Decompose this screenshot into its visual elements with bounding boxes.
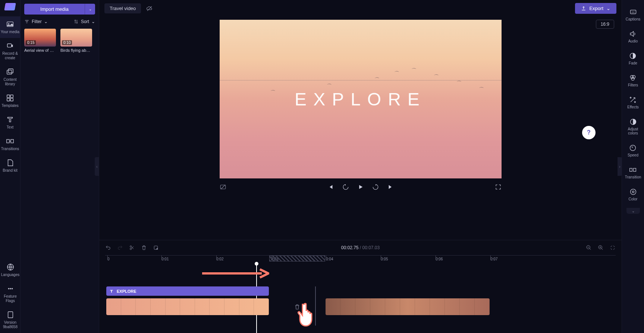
ruler-tick: 0:07 [490, 257, 497, 261]
nav-text[interactable]: Text [0, 112, 21, 133]
timeline-tracks[interactable]: EXPLORE [105, 264, 616, 333]
sort-button[interactable]: Sort ⌄ [73, 19, 95, 24]
rr-transition[interactable]: Transition [623, 162, 643, 184]
rr-adjust-colors[interactable]: Adjust colors [622, 114, 644, 140]
rr-expand[interactable]: ⌄ [626, 208, 640, 214]
svg-rect-2 [7, 44, 12, 47]
svg-rect-35 [634, 168, 636, 171]
nav-version[interactable]: Version 9ba8658 [0, 307, 21, 333]
svg-rect-7 [7, 98, 10, 101]
nav-transitions[interactable]: Transitions [0, 133, 21, 155]
svg-point-20 [130, 248, 132, 250]
hide-preview-icon[interactable] [220, 184, 226, 190]
svg-rect-15 [8, 312, 13, 318]
media-clip[interactable]: 0:10 Birds flying ab… [60, 29, 92, 53]
timeline-timestamp: 00:02.75 / 00:07.03 [341, 245, 380, 250]
properties-rail: › CC Captions Audio Fade Filters Effects… [622, 0, 644, 333]
video-clip-1[interactable] [106, 298, 269, 315]
clip-name: Birds flying ab… [60, 48, 90, 53]
svg-point-30 [632, 75, 635, 78]
fit-icon[interactable] [610, 245, 616, 251]
rr-color[interactable]: Color [627, 184, 639, 206]
clip-name: Aerial view of … [24, 48, 54, 53]
rr-fade[interactable]: Fade [627, 48, 639, 70]
preview-canvas[interactable]: ⌒ ⌒ ⌒ ⌒ ⌒ ⌒ ⌒ ⌒ EXPLORE [220, 20, 502, 178]
import-media-button[interactable]: Import media [24, 4, 85, 15]
export-button[interactable]: Export ⌄ [575, 3, 616, 14]
zoom-out-icon[interactable] [586, 245, 592, 251]
text-overlay: EXPLORE [295, 89, 426, 110]
svg-point-31 [631, 77, 634, 80]
svg-point-12 [8, 288, 9, 289]
nav-label: Version 9ba8658 [1, 320, 20, 329]
ruler-tick: 0:05 [381, 257, 388, 261]
rr-label: Effects [627, 105, 638, 109]
media-thumbnail: 0:15 [24, 29, 56, 47]
chevron-down-icon[interactable] [55, 48, 56, 52]
rr-filters[interactable]: Filters [626, 70, 640, 92]
main-area: ‹ Travel video Export ⌄ 16:9 ⌒ ⌒ ⌒ ⌒ ⌒ ⌒… [99, 0, 622, 333]
rewind-icon[interactable] [342, 184, 349, 190]
clip-duration: 0:10 [62, 40, 72, 45]
redo-icon[interactable] [117, 245, 123, 251]
project-title[interactable]: Travel video [104, 3, 141, 13]
rr-audio[interactable]: Audio [627, 26, 640, 48]
svg-point-19 [130, 246, 132, 247]
text-clip[interactable]: EXPLORE [106, 286, 269, 296]
svg-rect-34 [630, 168, 632, 171]
chevron-down-icon[interactable] [92, 48, 92, 52]
nav-languages[interactable]: Languages [0, 259, 21, 281]
nav-your-media[interactable]: Your media [0, 16, 21, 38]
aspect-ratio-button[interactable]: 16:9 [596, 20, 614, 29]
media-clip[interactable]: 0:15 Aerial view of … [24, 29, 56, 53]
rr-captions[interactable]: CC Captions [624, 4, 642, 26]
rr-label: Color [629, 197, 638, 201]
fullscreen-icon[interactable] [495, 184, 502, 190]
collapse-panel-right[interactable]: › [618, 157, 622, 176]
nav-feature-flags[interactable]: Feature Flags [0, 281, 21, 307]
text-icon [109, 289, 114, 294]
nav-label: Transitions [1, 147, 19, 151]
nav-record[interactable]: Record & create [0, 38, 21, 64]
skip-back-icon[interactable] [327, 184, 334, 190]
ruler-tick: 0:06 [436, 257, 443, 261]
skip-forward-icon[interactable] [387, 184, 394, 190]
ruler-tick: 0:02 [216, 257, 223, 261]
forward-icon[interactable] [372, 184, 379, 190]
rr-label: Speed [628, 153, 638, 157]
tutorial-hand-icon [296, 301, 318, 327]
help-button[interactable]: ? [582, 126, 596, 139]
timeline: 00:02.75 / 00:07.03 0 0:01 0:02 0:03 0:0… [99, 240, 622, 333]
play-icon[interactable] [357, 184, 364, 190]
nav-label: Content library [1, 77, 20, 86]
tutorial-arrow [202, 268, 269, 279]
filter-button[interactable]: Filter ⌄ [24, 19, 48, 24]
app-logo[interactable] [4, 3, 16, 10]
media-panel: Import media ⌄ Filter ⌄ Sort ⌄ 0:15 Aeri… [21, 0, 99, 333]
timeline-ruler[interactable]: 0 0:01 0:02 0:03 0:04 0:05 0:06 0:07 [105, 255, 616, 264]
crop-icon[interactable] [153, 245, 159, 251]
delete-icon[interactable] [141, 245, 147, 251]
collapse-panel-left[interactable]: ‹ [95, 157, 99, 176]
undo-icon[interactable] [105, 245, 111, 251]
sort-label: Sort [81, 19, 89, 24]
zoom-in-icon[interactable] [598, 245, 604, 251]
nav-label: Feature Flags [1, 294, 20, 303]
rr-label: Fade [629, 61, 637, 65]
nav-content-library[interactable]: Content library [0, 64, 21, 90]
svg-point-36 [630, 189, 636, 195]
video-clip-2[interactable] [326, 298, 490, 315]
svg-rect-5 [7, 95, 10, 98]
nav-label: Text [7, 125, 13, 130]
svg-rect-9 [7, 139, 9, 143]
rr-speed[interactable]: Speed [626, 140, 640, 162]
chevron-down-icon: ⌄ [91, 19, 95, 24]
nav-brand-kit[interactable]: Brand kit [0, 155, 21, 177]
svg-text:CC: CC [631, 11, 634, 13]
nav-templates[interactable]: Templates [0, 90, 21, 112]
rr-effects[interactable]: Effects [626, 92, 640, 114]
split-icon[interactable] [129, 245, 135, 251]
rr-label: Filters [628, 83, 638, 87]
filter-label: Filter [32, 19, 42, 24]
import-media-dropdown[interactable]: ⌄ [85, 4, 95, 15]
